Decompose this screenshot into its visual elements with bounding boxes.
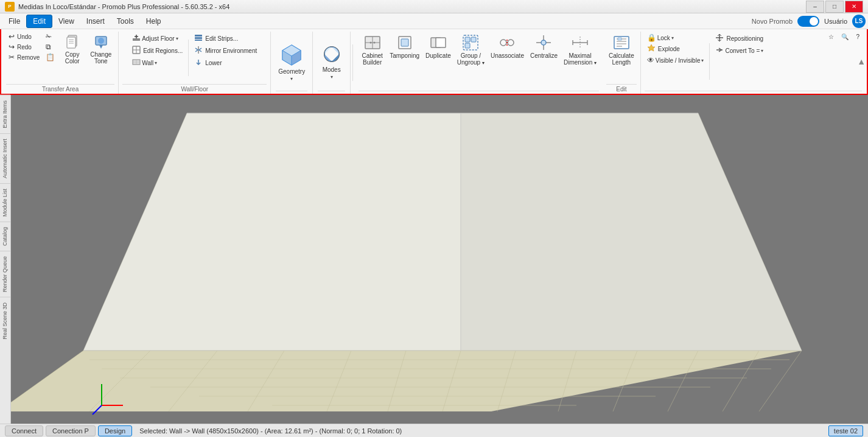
app-logo: P: [5, 2, 15, 12]
paste-button[interactable]: 📋: [43, 52, 57, 62]
sidebar-tab-extra-items[interactable]: Extra Items: [0, 95, 10, 133]
svg-rect-36: [465, 43, 470, 48]
lower-button[interactable]: Lower: [192, 57, 259, 69]
geometry-label: Geometry: [278, 68, 305, 75]
search-icon: 🔍: [841, 33, 849, 40]
modes-icon: [322, 44, 341, 64]
help-button[interactable]: ?: [853, 33, 862, 41]
explode-button[interactable]: Explode: [645, 43, 707, 55]
menu-file[interactable]: File: [2, 15, 26, 27]
scene-name[interactable]: teste 02: [828, 425, 863, 436]
mirror-environment-button[interactable]: Mirror Environment: [192, 45, 259, 57]
sidebar-tab-automatic-insert[interactable]: Automatic Insert: [0, 133, 10, 183]
ribbon: ↩ Undo ↪ Redo ✂ Remove ✁: [0, 29, 868, 95]
remove-button[interactable]: ✂ Remove: [6, 52, 42, 62]
geometry-button[interactable]: Geometry ▾: [276, 40, 307, 83]
adjust-floor-button[interactable]: Adjust Floor ▾: [130, 33, 185, 44]
calculate-length-button[interactable]: CalculateLength: [606, 32, 637, 67]
search-button[interactable]: 🔍: [839, 33, 851, 41]
sidebar-tab-catalog[interactable]: Catalog: [0, 222, 10, 251]
unassociate-button[interactable]: Unassociate: [488, 32, 527, 60]
cabinet-builder-button[interactable]: CabinetBuilder: [359, 32, 386, 67]
explode-label: Explode: [658, 46, 680, 52]
remove-icon: ✂: [9, 53, 15, 61]
convert-to-label: Convert To =: [725, 47, 760, 54]
centralize-label: Centralize: [530, 52, 558, 59]
svg-point-38: [508, 40, 514, 46]
menu-tools[interactable]: Tools: [111, 15, 140, 27]
close-button[interactable]: ✕: [845, 1, 863, 13]
repositioning-button[interactable]: Repositioning: [713, 33, 766, 44]
star-icon: ☆: [828, 33, 834, 40]
novo-promob-toggle[interactable]: [797, 16, 819, 27]
menu-edit[interactable]: Edit: [26, 15, 52, 28]
svg-point-6: [98, 38, 104, 44]
lock-label: Lock: [657, 35, 670, 41]
novo-promob-label: Novo Promob: [752, 18, 793, 25]
lock-icon: 🔒: [647, 33, 656, 42]
conection-p-button[interactable]: Conection P: [46, 425, 96, 436]
svg-point-44: [541, 40, 546, 45]
svg-rect-30: [401, 39, 408, 46]
copy-button[interactable]: ⧉: [43, 42, 57, 52]
sidebar-tab-render-queue[interactable]: Render Queue: [0, 251, 10, 297]
geometry-dropdown: ▾: [290, 76, 293, 82]
tamponing-icon: [396, 34, 413, 51]
favorite-button[interactable]: ☆: [826, 33, 836, 41]
duplicate-icon: [430, 34, 447, 51]
svg-rect-32: [436, 38, 446, 47]
window-controls: – □ ✕: [806, 1, 863, 13]
undo-button[interactable]: ↩ Undo: [6, 32, 42, 41]
wallfloor-label: Wall/Floor: [122, 84, 267, 94]
cabinet-builder-icon: [364, 34, 381, 51]
tamponing-button[interactable]: Tamponing: [387, 32, 422, 60]
wall-button[interactable]: Wall ▾: [130, 57, 185, 69]
copy-color-button[interactable]: CopyColor: [58, 32, 86, 66]
maximize-button[interactable]: □: [825, 1, 844, 13]
ribbon-group-geometry: Geometry ▾: [271, 32, 313, 94]
menu-view[interactable]: View: [52, 15, 80, 27]
edit-regions-button[interactable]: Edit Regions...: [130, 45, 185, 57]
redo-button[interactable]: ↪ Redo: [6, 42, 42, 52]
wall-dropdown: ▾: [155, 60, 157, 66]
ribbon-scroll-arrow[interactable]: ▲: [857, 57, 866, 66]
design-button[interactable]: Design: [98, 425, 132, 436]
maximal-dimension-button[interactable]: MaximalDimension ▾: [561, 32, 599, 67]
lock-button[interactable]: 🔒 Lock ▾: [645, 33, 707, 43]
duplicate-button[interactable]: Duplicate: [423, 32, 453, 60]
centralize-button[interactable]: Centralize: [528, 32, 560, 60]
menu-insert[interactable]: Insert: [80, 15, 111, 27]
modes-button[interactable]: Modes ▾: [318, 42, 345, 81]
edit-group-label: Edit: [606, 84, 637, 94]
copy-icon: ⧉: [46, 43, 51, 51]
cut-button[interactable]: ✁: [43, 32, 57, 41]
wall-icon: [132, 58, 141, 68]
mirror-environment-icon: [194, 46, 203, 56]
svg-point-27: [369, 42, 371, 44]
repositioning-label: Repositioning: [726, 35, 763, 42]
cabinet-builder-label: CabinetBuilder: [362, 52, 382, 66]
edit-strips-button[interactable]: Edit Strips...: [192, 33, 259, 44]
geometry-group-label: [276, 91, 307, 94]
group-ungroup-button[interactable]: Group /Ungroup ▾: [455, 32, 487, 67]
svg-rect-16: [195, 35, 202, 37]
undo-icon: ↩: [9, 32, 15, 41]
sidebar-tab-module-list[interactable]: Module List: [0, 183, 10, 222]
tools-group-label: [359, 91, 599, 94]
lower-label: Lower: [205, 60, 222, 66]
sidebar-tab-real-scene[interactable]: Real Scene 3D: [0, 297, 10, 344]
visible-invisible-button[interactable]: 👁 Visible / Invisible ▾: [645, 55, 707, 65]
svg-rect-17: [195, 37, 202, 39]
redo-label: Redo: [17, 44, 32, 51]
adjust-floor-icon: [132, 33, 141, 44]
wall-label: Wall: [142, 60, 153, 66]
maximal-dimension-label: MaximalDimension ▾: [564, 52, 597, 66]
convert-to-button[interactable]: Convert To = ▾: [713, 45, 766, 57]
user-avatar[interactable]: LS: [852, 15, 866, 28]
menu-help[interactable]: Help: [140, 15, 167, 27]
connect-button[interactable]: Connect: [5, 425, 43, 436]
edit-regions-icon: [132, 46, 141, 56]
change-tone-button[interactable]: ChangeTone: [87, 32, 114, 66]
ribbon-group-wallfloor: Adjust Floor ▾ Edit Regions... Wall: [119, 32, 271, 94]
minimize-button[interactable]: –: [806, 1, 824, 13]
